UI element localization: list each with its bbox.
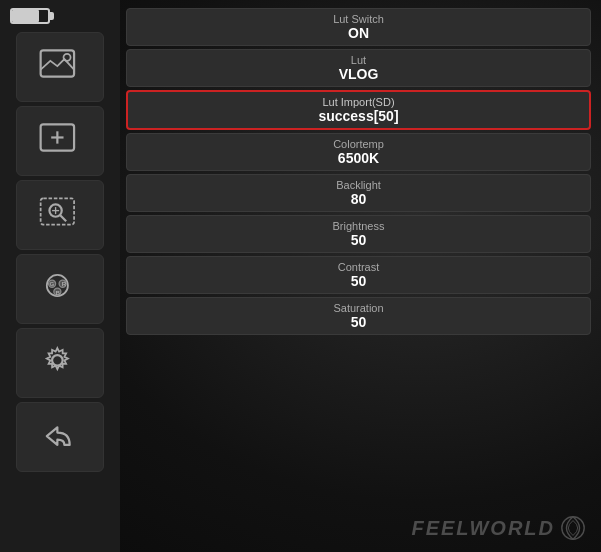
watermark-text: FEELWORLD [411,517,555,540]
lut-switch-value: ON [135,25,582,41]
menu-item-brightness[interactable]: Brightness 50 [126,215,591,253]
watermark: FEELWORLD [411,514,587,542]
contrast-value: 50 [135,273,582,289]
svg-point-18 [562,517,584,539]
color-wheel-icon: G R B [38,267,82,311]
svg-point-17 [52,355,63,366]
menu-item-colortemp[interactable]: Colortemp 6500K [126,133,591,171]
lut-import-value: success[50] [136,108,581,124]
svg-text:R: R [62,280,67,287]
sidebar-item-add[interactable] [16,106,104,176]
brightness-label: Brightness [135,220,582,232]
sidebar: G R B [0,0,120,552]
menu-item-lut[interactable]: Lut VLOG [126,49,591,87]
lut-label: Lut [135,54,582,66]
svg-text:B: B [56,289,61,296]
sidebar-item-settings[interactable] [16,328,104,398]
saturation-label: Saturation [135,302,582,314]
menu-item-saturation[interactable]: Saturation 50 [126,297,591,335]
saturation-value: 50 [135,314,582,330]
menu-item-contrast[interactable]: Contrast 50 [126,256,591,294]
lut-value: VLOG [135,66,582,82]
menu-item-lut-import[interactable]: Lut Import(SD) success[50] [126,90,591,130]
colortemp-label: Colortemp [135,138,582,150]
svg-line-7 [60,215,66,221]
zoom-icon [38,193,82,237]
colortemp-value: 6500K [135,150,582,166]
gear-icon [38,341,82,385]
svg-text:G: G [49,280,54,287]
sidebar-item-landscape[interactable] [16,32,104,102]
sidebar-item-zoom[interactable] [16,180,104,250]
contrast-label: Contrast [135,261,582,273]
menu-item-backlight[interactable]: Backlight 80 [126,174,591,212]
battery-indicator [10,8,50,24]
screen: G R B Lut Switch ON Lut VLOG [0,0,601,552]
main-menu: Lut Switch ON Lut VLOG Lut Import(SD) su… [120,0,601,552]
plus-icon [38,119,82,163]
watermark-icon [559,514,587,542]
landscape-icon [38,45,82,89]
lut-import-label: Lut Import(SD) [136,96,581,108]
svg-rect-5 [41,198,74,224]
menu-item-lut-switch[interactable]: Lut Switch ON [126,8,591,46]
back-arrow-icon [38,415,82,459]
battery-fill [12,10,39,22]
backlight-label: Backlight [135,179,582,191]
backlight-value: 80 [135,191,582,207]
brightness-value: 50 [135,232,582,248]
sidebar-item-back[interactable] [16,402,104,472]
sidebar-item-color[interactable]: G R B [16,254,104,324]
lut-switch-label: Lut Switch [135,13,582,25]
